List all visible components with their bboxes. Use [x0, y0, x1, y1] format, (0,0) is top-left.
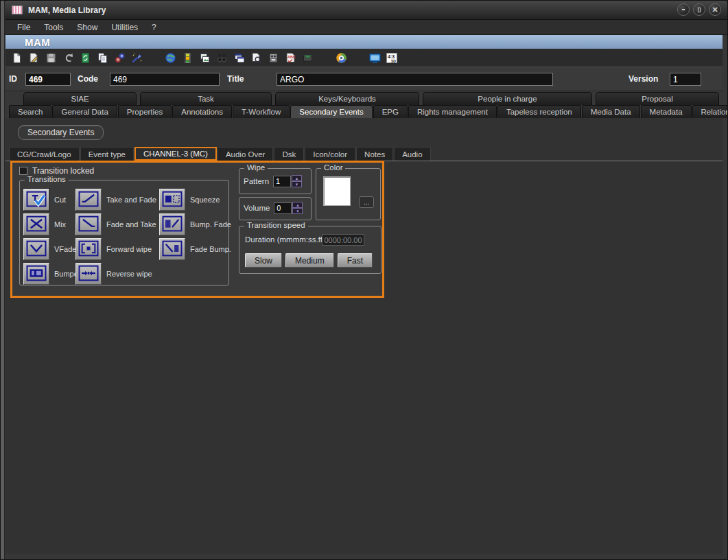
refresh-document-icon — [80, 52, 91, 64]
title-field[interactable] — [277, 73, 553, 86]
color-swatch[interactable] — [323, 176, 351, 206]
subtab-dsk[interactable]: Dsk — [274, 147, 304, 161]
envelope-button[interactable] — [299, 50, 316, 65]
tab-tapeless-reception[interactable]: Tapeless reception — [497, 105, 581, 118]
transition-take-fade-icon — [78, 191, 99, 209]
wipe-group: Wipe Pattern 1 ▲ ▼ — [239, 168, 312, 194]
pattern-value[interactable]: 1 — [273, 176, 291, 187]
tab-annotations[interactable]: Annotations — [172, 105, 232, 118]
tab-media-data[interactable]: Media Data — [582, 105, 640, 118]
close-button[interactable]: ✕ — [709, 3, 721, 16]
transition-label: Bump. Fade — [190, 220, 231, 229]
tab-rights-management[interactable]: Rights management — [408, 105, 497, 118]
transition-cell: Fade Bump. — [159, 237, 232, 261]
subtab-audio-over[interactable]: Audio Over — [218, 147, 274, 161]
subtab-cg-crawl-logo[interactable]: CG/Crawl/Logo — [9, 147, 80, 161]
subtab-audio[interactable]: Audio — [394, 147, 430, 161]
globe-button[interactable] — [162, 50, 178, 65]
transition-cut-button[interactable] — [23, 189, 49, 211]
transition-squeeze-button[interactable] — [159, 189, 185, 211]
save-button[interactable] — [43, 50, 59, 65]
transition-vfade-icon — [26, 240, 47, 259]
duration-field[interactable]: 0000:00.00 — [322, 234, 364, 246]
transition-locked-checkbox[interactable] — [19, 167, 27, 175]
version-field[interactable] — [670, 73, 701, 86]
transition-bumper-button[interactable] — [23, 263, 49, 285]
menu-item-file[interactable]: File — [10, 23, 37, 32]
transition-mix-button[interactable] — [23, 213, 49, 235]
secondary-events-button[interactable]: Secondary Events — [18, 125, 104, 140]
photos-button[interactable] — [196, 50, 213, 65]
transition-vfade-button[interactable] — [23, 238, 49, 260]
edit-document-button[interactable] — [25, 50, 42, 65]
transition-fade-and-take-button[interactable] — [75, 213, 102, 235]
transition-reverse-wipe-icon — [78, 265, 99, 283]
slow-speed-button[interactable]: Slow — [245, 253, 282, 268]
subtab-icon-color[interactable]: Icon/color — [305, 147, 355, 161]
asset-field-row: ID Code Title Version — [5, 67, 723, 91]
subtab-event-type[interactable]: Event type — [80, 147, 134, 161]
menu-item-tools[interactable]: Tools — [37, 23, 70, 32]
pattern-spin-down-button[interactable]: ▼ — [292, 181, 302, 187]
color-picker-button[interactable]: ... — [359, 196, 374, 208]
spellcheck-abc-button[interactable]: ABC — [282, 50, 298, 65]
id-field[interactable] — [25, 73, 71, 86]
pattern-spin-up-button[interactable]: ▲ — [292, 175, 302, 181]
aspect-4-3-sd-button[interactable]: 4:3SD — [384, 50, 400, 65]
volume-spin-down-button[interactable]: ▼ — [292, 208, 303, 214]
gears-button[interactable] — [111, 50, 128, 65]
window-title: MAM, Media Library — [28, 5, 106, 15]
tab-secondary-events[interactable]: Secondary Events — [290, 105, 372, 118]
tab-group-keys-keyboards[interactable]: Keys/Keyboards — [275, 92, 419, 105]
tab-search[interactable]: Search — [9, 105, 51, 118]
tab-group-proposal[interactable]: Proposal — [596, 92, 719, 105]
magic-brush-button[interactable] — [128, 50, 145, 65]
undo-button[interactable] — [60, 50, 76, 65]
volume-row: Volume 0 ▲ ▼ — [244, 202, 303, 214]
tab-group-people-in-charge[interactable]: People in charge — [423, 92, 592, 105]
tab-general-data[interactable]: General Data — [52, 105, 117, 118]
tab-group-task[interactable]: Task — [140, 92, 272, 105]
tab-group-siae[interactable]: SIAE — [23, 92, 137, 105]
transition-reverse-wipe-button[interactable] — [75, 263, 102, 285]
cascade-windows-button[interactable] — [231, 50, 247, 65]
toolbar: ABC4:3SD — [5, 49, 723, 67]
transition-fade-bump--button[interactable] — [159, 238, 185, 260]
fast-speed-button[interactable]: Fast — [338, 253, 373, 268]
transition-bump-fade-button[interactable] — [159, 213, 185, 235]
tab-properties[interactable]: Properties — [118, 105, 172, 118]
refresh-document-button[interactable] — [77, 50, 93, 65]
transitions-grid: CutTake and FadeSqueezeMixFade and TakeB… — [20, 180, 228, 286]
tab-t-workflow[interactable]: T-Workflow — [233, 105, 290, 118]
tab-metadata[interactable]: Metadata — [641, 105, 692, 118]
copy-button[interactable] — [94, 50, 110, 65]
menu-item-help[interactable]: ? — [145, 23, 163, 32]
menu-item-utilities[interactable]: Utilities — [104, 23, 145, 32]
volume-spin-up-button[interactable]: ▲ — [292, 202, 303, 208]
tab-group-row: SIAETaskKeys/KeyboardsPeople in chargePr… — [5, 92, 723, 105]
subtab-channel-3-mc-[interactable]: CHANNEL-3 (MC) — [134, 147, 217, 161]
volume-value[interactable]: 0 — [274, 202, 292, 214]
tab-epg[interactable]: EPG — [373, 105, 408, 118]
transition-cell: Bump. Fade — [159, 212, 232, 237]
photos-icon — [199, 52, 211, 64]
transition-take-and-fade-button[interactable] — [75, 189, 102, 211]
subtab-notes[interactable]: Notes — [356, 147, 393, 161]
transition-cell: Squeeze — [159, 187, 232, 212]
new-document-button[interactable] — [8, 50, 25, 65]
menu-item-show[interactable]: Show — [70, 23, 104, 32]
film-device-button[interactable] — [265, 50, 281, 65]
color-list-button[interactable] — [179, 50, 196, 65]
binoculars-button[interactable] — [213, 50, 230, 65]
medium-speed-button[interactable]: Medium — [285, 253, 334, 268]
code-field[interactable] — [110, 73, 220, 86]
minimize-button[interactable] — [677, 3, 690, 16]
transition-label: Squeeze — [190, 196, 220, 204]
tv-monitor-button[interactable] — [366, 50, 383, 65]
tab-relationships[interactable]: Relationships — [692, 105, 728, 118]
document-search-button[interactable] — [248, 50, 264, 65]
titlebar[interactable]: MAM, Media Library ✕ — [5, 1, 727, 20]
transition-forward-wipe-button[interactable] — [75, 238, 102, 260]
media-player-button[interactable] — [333, 50, 349, 65]
maximize-button[interactable] — [693, 3, 705, 16]
